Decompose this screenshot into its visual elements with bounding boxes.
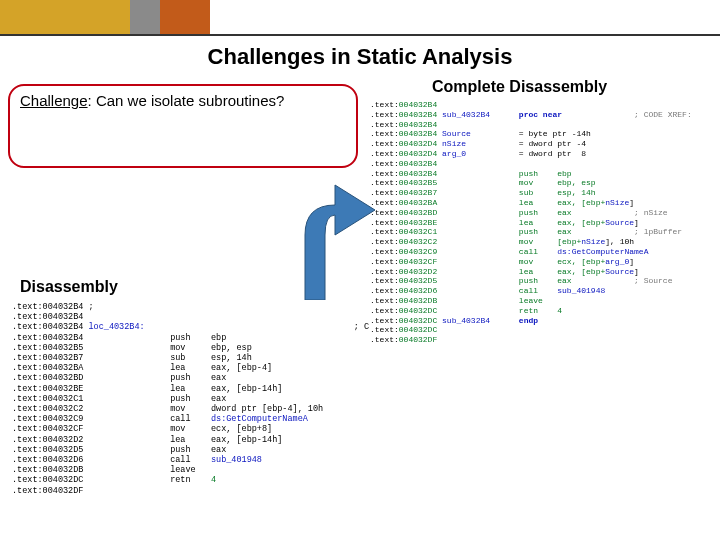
challenge-text: Challenge: Can we isolate subroutines?	[20, 92, 346, 109]
challenge-rest: : Can we isolate subroutines?	[88, 92, 285, 109]
arrow-icon	[280, 175, 380, 300]
disassembly-left: .text:004032B4 ; .text:004032B4 .text:00…	[12, 302, 369, 496]
disassembly-right: .text:004032B4 .text:004032B4 sub_4032B4…	[370, 100, 692, 345]
swatch-orange	[160, 0, 210, 34]
header-color-bar	[0, 0, 720, 34]
left-heading: Disassembly	[20, 278, 118, 296]
challenge-callout: Challenge: Can we isolate subroutines?	[8, 84, 358, 168]
right-heading: Complete Disassembly	[432, 78, 607, 96]
swatch-yellow	[0, 0, 130, 34]
slide-title: Challenges in Static Analysis	[0, 44, 720, 70]
swatch-gray	[130, 0, 160, 34]
header-divider	[0, 34, 720, 36]
challenge-prefix: Challenge	[20, 92, 88, 109]
